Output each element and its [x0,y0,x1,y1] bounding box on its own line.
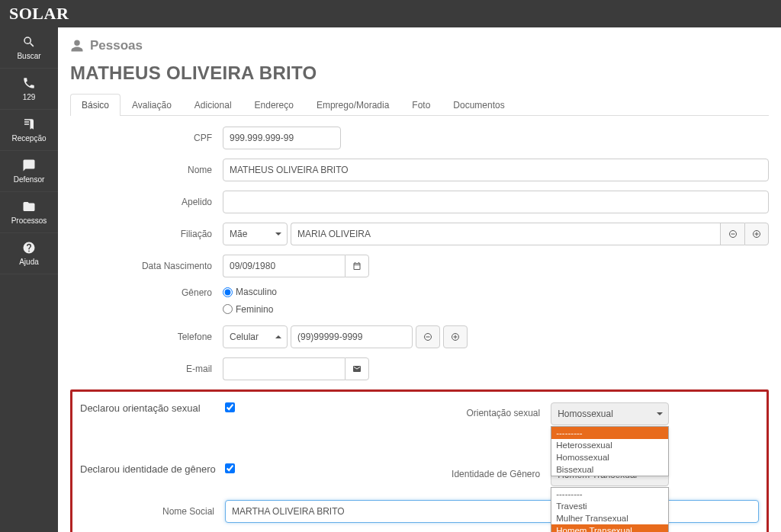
brand-logo: SOLAR [9,4,69,24]
topbar: SOLAR [0,0,781,27]
